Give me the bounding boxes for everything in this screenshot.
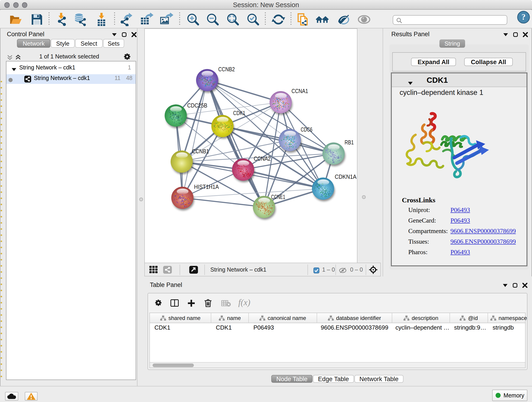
svg-text:CCNB2: CCNB2 [218, 66, 235, 73]
svg-text:?: ? [521, 13, 526, 22]
svg-text:HIST1H1A: HIST1H1A [194, 183, 219, 190]
svg-text:RB1: RB1 [345, 139, 354, 146]
svg-text:CDC25B: CDC25B [187, 102, 207, 109]
svg-text:CDC6: CDC6 [301, 126, 312, 133]
svg-text:CCNA1: CCNA1 [291, 88, 308, 95]
svg-text:CDK1: CDK1 [233, 109, 245, 116]
svg-text:CCNE1: CCNE1 [271, 193, 285, 200]
svg-text:f(x): f(x) [238, 298, 250, 307]
svg-text:CDKN1A: CDKN1A [335, 173, 357, 180]
svg-text:CCNA2: CCNA2 [254, 155, 271, 162]
svg-text:CCNB1: CCNB1 [192, 148, 209, 155]
